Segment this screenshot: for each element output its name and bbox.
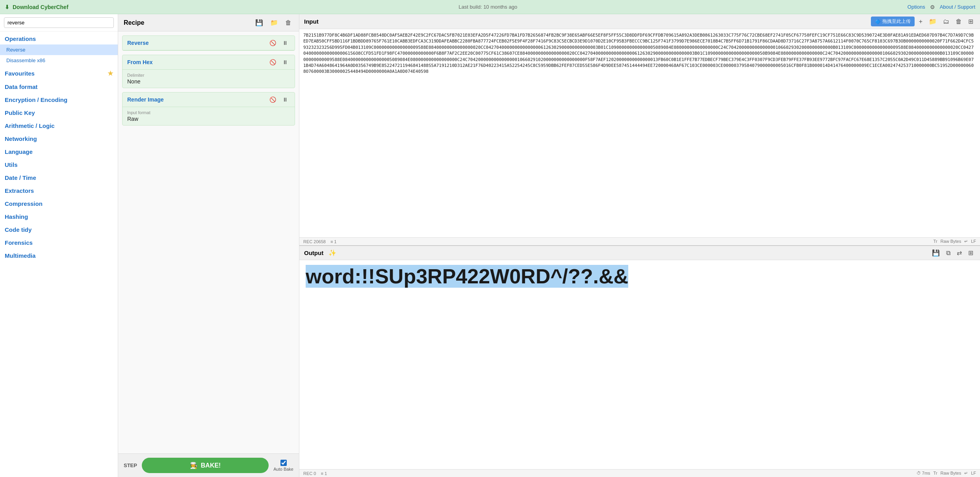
switch-io-button[interactable]: ⇄ bbox=[955, 248, 964, 257]
search-input[interactable] bbox=[4, 17, 114, 28]
output-time-label: ⏱ 7ms bbox=[917, 471, 930, 476]
output-footer-right: ⏱ 7ms Tr Raw Bytes ↵ LF bbox=[917, 471, 976, 476]
delimiter-label: Delimiter bbox=[127, 73, 290, 78]
pause-step-render-image[interactable]: ⏸ bbox=[280, 96, 290, 104]
input-lines-value: 1 bbox=[334, 239, 336, 244]
disable-step-reverse[interactable]: 🚫 bbox=[267, 39, 278, 47]
sidebar-item-multimedia[interactable]: Multimedia bbox=[0, 248, 118, 261]
output-lines-value: 1 bbox=[325, 471, 327, 476]
add-input-button[interactable]: + bbox=[917, 17, 924, 26]
input-format-label: Raw Bytes bbox=[941, 239, 961, 244]
sidebar-item-favourites[interactable]: Favourites ★ bbox=[0, 66, 118, 80]
pause-step-reverse[interactable]: ⏸ bbox=[280, 39, 290, 47]
sidebar-item-compression[interactable]: Compression bbox=[0, 196, 118, 209]
recipe-step-reverse: Reverse 🚫 ⏸ bbox=[122, 35, 295, 51]
bake-label: BAKE! bbox=[201, 462, 221, 469]
sidebar-item-data-format[interactable]: Data format bbox=[0, 80, 118, 92]
copy-output-button[interactable]: ⧉ bbox=[944, 249, 952, 257]
open-file-button[interactable]: 📁 bbox=[927, 17, 939, 26]
output-section: Output ✨ 💾 ⧉ ⇄ ⊞ word:!!SUp3RP422W0RD^/?… bbox=[299, 246, 980, 477]
input-footer-right: Tr Raw Bytes ↵ LF bbox=[934, 239, 976, 244]
input-rec-value: 20658 bbox=[314, 239, 326, 244]
output-magic-button[interactable]: ✨ bbox=[327, 248, 338, 257]
recipe-step-from-hex: From Hex 🚫 ⏸ Delimiter None bbox=[122, 55, 295, 88]
auto-bake-wrapper: Auto Bake bbox=[273, 460, 293, 471]
sidebar-item-arithmetic-logic[interactable]: Arithmetic / Logic bbox=[0, 118, 118, 131]
output-header-left: Output ✨ bbox=[304, 248, 338, 257]
main-layout: Operations Reverse Disassemble x86 Favou… bbox=[0, 14, 980, 477]
output-rec-label: REC 0 bbox=[303, 471, 316, 476]
step-label: STEP bbox=[124, 462, 137, 468]
output-content: word:!!SUp3RP422W0RD^/??.&& bbox=[299, 260, 980, 469]
load-recipe-button[interactable]: 📁 bbox=[268, 18, 280, 27]
sidebar-item-hashing[interactable]: Hashing bbox=[0, 209, 118, 222]
options-link[interactable]: Options bbox=[908, 4, 925, 10]
save-recipe-button[interactable]: 💾 bbox=[253, 18, 265, 27]
topbar: ⬇ Download CyberChef Last build: 10 mont… bbox=[0, 0, 980, 14]
step-icons-render-image: 🚫 ⏸ bbox=[267, 96, 290, 104]
recipe-step-render-image-body: Input format Raw bbox=[122, 107, 295, 125]
expand-output-button[interactable]: ⊞ bbox=[966, 248, 975, 257]
sidebar-item-extractors[interactable]: Extractors bbox=[0, 183, 118, 196]
recipe-title: Recipe bbox=[124, 19, 144, 26]
recipe-step-reverse-header: Reverse 🚫 ⏸ bbox=[122, 36, 295, 50]
sidebar-item-forensics[interactable]: Forensics bbox=[0, 235, 118, 248]
sidebar-item-date-time[interactable]: Date / Time bbox=[0, 170, 118, 183]
input-format-value: Raw bbox=[127, 116, 290, 122]
input-section: Input 🔷 拖拽至此上传 + 📁 🗂 🗑 ⊞ REC 20658 bbox=[299, 14, 980, 246]
download-icon: ⬇ bbox=[5, 4, 9, 10]
ops-item-reverse[interactable]: Reverse bbox=[0, 44, 118, 55]
recipe-step-from-hex-header: From Hex 🚫 ⏸ bbox=[122, 55, 295, 70]
expand-input-button[interactable]: ⊞ bbox=[966, 17, 975, 26]
sidebar-section-operations[interactable]: Operations bbox=[0, 31, 118, 44]
sidebar-item-networking[interactable]: Networking bbox=[0, 131, 118, 144]
output-title: Output bbox=[304, 250, 323, 256]
output-newline-icon: ↵ bbox=[964, 471, 968, 476]
topbar-right: Options ⚙ About / Support bbox=[908, 4, 975, 10]
output-newline-label: LF bbox=[971, 471, 976, 476]
clear-input-button[interactable]: 🗑 bbox=[954, 17, 964, 26]
sidebar-item-utils[interactable]: Utils bbox=[0, 157, 118, 170]
step-icons-from-hex: 🚫 ⏸ bbox=[267, 58, 290, 66]
save-output-button[interactable]: 💾 bbox=[930, 248, 942, 257]
pause-step-from-hex[interactable]: ⏸ bbox=[280, 58, 290, 66]
input-footer: REC 20658 ≡ 1 Tr Raw Bytes ↵ LF bbox=[299, 237, 980, 245]
sidebar-item-language[interactable]: Language bbox=[0, 144, 118, 157]
io-panel: Input 🔷 拖拽至此上传 + 📁 🗂 🗑 ⊞ REC 20658 bbox=[299, 14, 980, 477]
bake-button[interactable]: 🧑‍🍳 BAKE! bbox=[142, 458, 269, 473]
recipe-header-icons: 💾 📁 🗑 bbox=[253, 18, 293, 27]
recipe-footer: STEP 🧑‍🍳 BAKE! Auto Bake bbox=[118, 453, 299, 477]
operations-list: Operations Reverse Disassemble x86 Favou… bbox=[0, 31, 118, 477]
upload-button[interactable]: 🔷 拖拽至此上传 bbox=[871, 17, 915, 26]
gear-icon[interactable]: ⚙ bbox=[930, 4, 935, 10]
favourites-label: Favourites bbox=[5, 70, 35, 77]
input-textarea[interactable] bbox=[299, 29, 980, 237]
bake-icon: 🧑‍🍳 bbox=[190, 462, 198, 469]
output-footer: REC 0 ≡ 1 ⏱ 7ms Tr Raw Bytes ↵ LF bbox=[299, 469, 980, 477]
input-footer-left: REC 20658 ≡ 1 bbox=[303, 239, 336, 244]
search-box bbox=[0, 14, 118, 31]
sidebar-item-encryption-encoding[interactable]: Encryption / Encoding bbox=[0, 92, 118, 105]
input-rec-label: REC 20658 bbox=[303, 239, 326, 244]
sidebar-item-public-key[interactable]: Public Key bbox=[0, 105, 118, 118]
input-lines-label: ≡ 1 bbox=[330, 239, 337, 244]
download-label[interactable]: Download CyberChef bbox=[13, 4, 69, 10]
last-build-label: Last build: 10 months ago bbox=[458, 4, 517, 10]
step-name-render-image: Render Image bbox=[127, 96, 164, 103]
output-rec-value: 0 bbox=[314, 471, 316, 476]
input-title: Input bbox=[304, 18, 319, 25]
ops-item-disassemble-x86[interactable]: Disassemble x86 bbox=[0, 55, 118, 66]
recipe-body: Reverse 🚫 ⏸ From Hex 🚫 ⏸ Del bbox=[118, 31, 299, 453]
auto-bake-checkbox[interactable] bbox=[280, 460, 287, 466]
output-footer-left: REC 0 ≡ 1 bbox=[303, 471, 327, 476]
sidebar-item-code-tidy[interactable]: Code tidy bbox=[0, 222, 118, 235]
disable-step-render-image[interactable]: 🚫 bbox=[267, 96, 278, 104]
disable-step-from-hex[interactable]: 🚫 bbox=[267, 58, 278, 66]
about-support-link[interactable]: About / Support bbox=[940, 4, 975, 10]
star-icon: ★ bbox=[108, 70, 113, 77]
clear-recipe-button[interactable]: 🗑 bbox=[283, 18, 293, 27]
output-header: Output ✨ 💾 ⧉ ⇄ ⊞ bbox=[299, 246, 980, 260]
output-format-icon: Tr bbox=[934, 471, 937, 476]
recipe-step-from-hex-body: Delimiter None bbox=[122, 70, 295, 88]
open-folder-button[interactable]: 🗂 bbox=[941, 17, 951, 26]
